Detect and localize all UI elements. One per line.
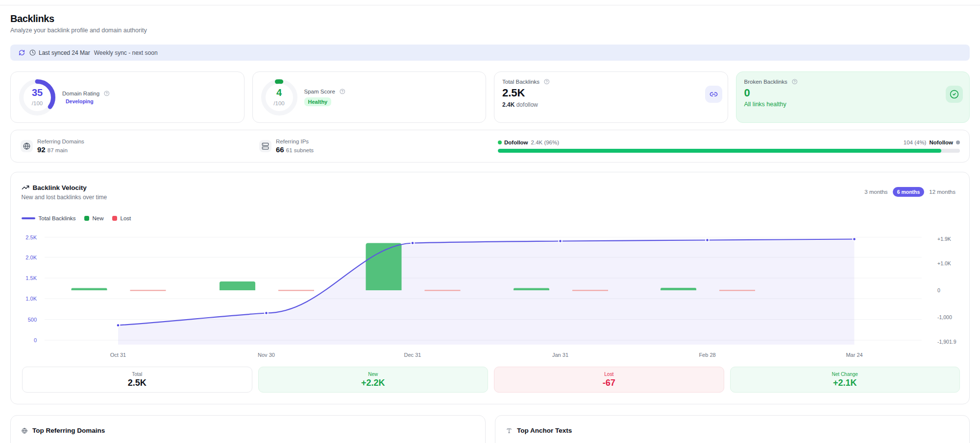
svg-text:+1.9K: +1.9K bbox=[937, 236, 951, 242]
svg-text:Mar 24: Mar 24 bbox=[846, 352, 862, 358]
svg-text:1.0K: 1.0K bbox=[25, 296, 37, 302]
svg-text:Jan 31: Jan 31 bbox=[552, 352, 568, 358]
svg-text:+1.0K: +1.0K bbox=[937, 260, 951, 266]
svg-text:0: 0 bbox=[937, 287, 940, 293]
svg-text:-1,901.9: -1,901.9 bbox=[937, 339, 956, 345]
svg-text:Dec 31: Dec 31 bbox=[404, 352, 421, 358]
svg-text:Feb 28: Feb 28 bbox=[699, 352, 715, 358]
svg-text:1.5K: 1.5K bbox=[25, 275, 37, 281]
svg-text:Oct 31: Oct 31 bbox=[110, 352, 126, 358]
svg-text:2.0K: 2.0K bbox=[25, 255, 37, 260]
svg-text:500: 500 bbox=[28, 317, 37, 323]
svg-text:-1,000: -1,000 bbox=[937, 314, 952, 320]
svg-text:Nov 30: Nov 30 bbox=[258, 352, 275, 358]
svg-text:0: 0 bbox=[34, 337, 37, 343]
svg-text:2.5K: 2.5K bbox=[25, 234, 37, 240]
